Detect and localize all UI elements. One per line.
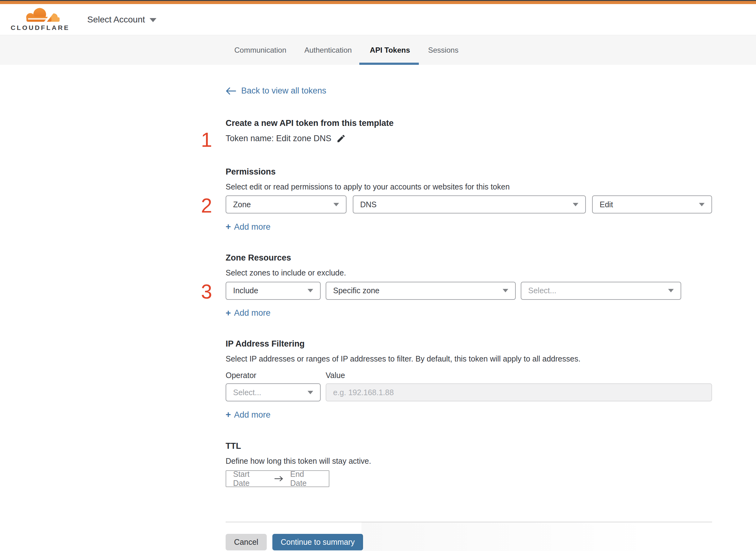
tab-sessions[interactable]: Sessions: [428, 35, 459, 65]
operator-label: Operator: [226, 371, 321, 380]
back-to-tokens-link[interactable]: Back to view all tokens: [226, 86, 326, 96]
plus-icon: +: [226, 221, 231, 232]
tab-communication[interactable]: Communication: [234, 35, 286, 65]
tab-label: Authentication: [304, 46, 352, 55]
tab-label: Communication: [234, 46, 286, 55]
chevron-down-icon: [503, 289, 508, 292]
chevron-down-icon: [699, 203, 705, 206]
ip-operator-placeholder: Select...: [233, 388, 261, 397]
ip-operator-select[interactable]: Select...: [226, 383, 321, 401]
add-more-label: Add more: [234, 410, 270, 420]
chevron-down-icon: [573, 203, 578, 206]
account-selector-label: Select Account: [87, 15, 145, 25]
plus-icon: +: [226, 410, 231, 420]
back-link-label: Back to view all tokens: [241, 86, 326, 96]
plus-icon: +: [226, 308, 231, 318]
chevron-down-icon: [668, 289, 674, 292]
ip-filtering-description: Select IP addresses or ranges of IP addr…: [226, 354, 712, 363]
app-header: CLOUDFLARE Select Account: [0, 4, 756, 35]
cloudflare-logo-text: CLOUDFLARE: [11, 24, 70, 31]
zone-mode-value: Include: [233, 286, 258, 295]
continue-to-summary-button[interactable]: Continue to summary: [272, 534, 363, 550]
permission-access-value: Edit: [600, 200, 613, 209]
cloudflare-cloud-icon: [17, 7, 64, 24]
permissions-description: Select edit or read permissions to apply…: [226, 182, 712, 191]
ttl-section: TTL Define how long this token will stay…: [226, 441, 712, 487]
edit-token-name-button[interactable]: [336, 134, 346, 143]
chevron-down-icon: [150, 18, 156, 22]
ip-value-input[interactable]: [326, 383, 712, 401]
cloudflare-logo: CLOUDFLARE: [11, 7, 70, 31]
value-label: Value: [326, 371, 345, 380]
top-accent-orange-bar: [0, 1, 756, 4]
permission-resource-select[interactable]: DNS: [353, 195, 586, 213]
ip-filtering-add-more-link[interactable]: + Add more: [226, 410, 270, 420]
permission-access-select[interactable]: Edit: [592, 195, 712, 213]
permissions-section: 2 Permissions Select edit or read permis…: [226, 167, 712, 232]
zone-resources-add-more-link[interactable]: + Add more: [226, 308, 270, 318]
account-selector-dropdown[interactable]: Select Account: [87, 15, 156, 25]
zone-resources-section: 3 Zone Resources Select zones to include…: [226, 253, 712, 318]
start-date-placeholder: Start Date: [233, 470, 267, 488]
token-template-form: Back to view all tokens 1 Create a new A…: [226, 65, 712, 550]
permission-scope-value: Zone: [233, 200, 251, 209]
permission-resource-value: DNS: [360, 200, 377, 209]
step-number-3: 3: [201, 282, 212, 302]
permissions-add-more-link[interactable]: + Add more: [226, 221, 270, 232]
zone-resources-heading: Zone Resources: [226, 253, 712, 263]
tab-label: Sessions: [428, 46, 459, 55]
permissions-heading: Permissions: [226, 167, 712, 177]
zone-scope-value: Specific zone: [333, 286, 380, 295]
ttl-date-range-picker[interactable]: Start Date End Date: [226, 470, 329, 487]
zone-resources-description: Select zones to include or exclude.: [226, 268, 712, 278]
profile-tabbar: Communication Authentication API Tokens …: [0, 35, 756, 65]
template-heading: Create a new API token from this templat…: [226, 118, 712, 128]
zone-picker-placeholder: Select...: [528, 286, 556, 295]
chevron-down-icon: [333, 203, 339, 206]
back-arrow-icon: [226, 87, 236, 95]
add-more-label: Add more: [234, 308, 270, 318]
zone-scope-select[interactable]: Specific zone: [326, 282, 516, 300]
token-name-section: 1 Create a new API token from this templ…: [226, 118, 712, 143]
tab-api-tokens[interactable]: API Tokens: [370, 35, 410, 65]
zone-mode-select[interactable]: Include: [226, 282, 321, 300]
footer-divider: [226, 522, 712, 522]
end-date-placeholder: End Date: [290, 470, 322, 488]
zone-picker-select[interactable]: Select...: [521, 282, 681, 300]
ip-filtering-section: IP Address Filtering Select IP addresses…: [226, 339, 712, 420]
form-actions: Cancel Continue to summary: [226, 534, 712, 550]
add-more-label: Add more: [234, 222, 270, 232]
cancel-button[interactable]: Cancel: [226, 534, 267, 550]
step-number-2: 2: [201, 196, 212, 216]
edit-pencil-icon: [336, 134, 346, 143]
permission-scope-select[interactable]: Zone: [226, 195, 346, 213]
chevron-down-icon: [307, 289, 313, 292]
ttl-heading: TTL: [226, 441, 712, 451]
tab-authentication[interactable]: Authentication: [304, 35, 352, 65]
step-number-1: 1: [201, 130, 212, 150]
token-name-label: Token name: Edit zone DNS: [226, 134, 331, 143]
tab-label: API Tokens: [370, 46, 410, 55]
ttl-description: Define how long this token will stay act…: [226, 457, 712, 466]
ip-filtering-heading: IP Address Filtering: [226, 339, 712, 349]
chevron-down-icon: [307, 391, 313, 394]
arrow-right-icon: [274, 475, 283, 482]
